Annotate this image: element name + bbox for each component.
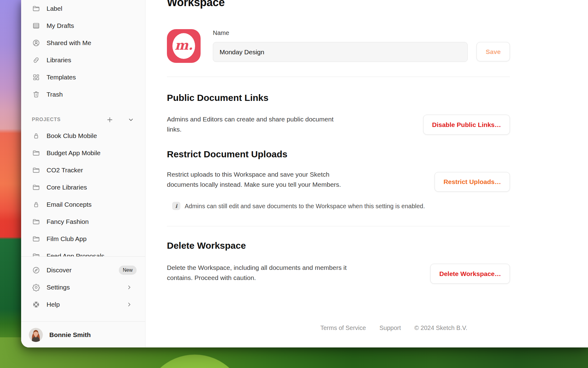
- workspace-name-input[interactable]: [213, 42, 468, 62]
- workspace-monogram: m.: [175, 38, 193, 53]
- projects-section-header: PROJECTS: [21, 111, 145, 128]
- user-name: Bonnie Smith: [49, 331, 91, 339]
- description-line: Admins and Editors can create and share …: [167, 114, 334, 124]
- description-line: documents locally instead. Make sure you…: [167, 179, 341, 190]
- description-line: Delete the Workspace, including all docu…: [167, 263, 347, 273]
- sidebar-item-text: Label: [47, 5, 62, 12]
- sidebar-item-text: Discover: [47, 266, 72, 274]
- drafts-icon: [32, 22, 40, 30]
- project-item-text: Budget App Mobile: [47, 149, 100, 157]
- gear-icon: [32, 283, 40, 291]
- copyright-text: © 2024 Sketch B.V.: [414, 324, 467, 332]
- info-icon: i: [172, 202, 180, 210]
- lifebuoy-icon: [32, 301, 40, 309]
- project-item-budget-app-mobile[interactable]: Budget App Mobile: [21, 144, 145, 162]
- sidebar-item-help[interactable]: Help: [21, 296, 145, 313]
- add-project-button[interactable]: [106, 116, 114, 124]
- footer: Terms of Service Support © 2024 Sketch B…: [320, 324, 467, 332]
- sidebar-item-text: Settings: [47, 284, 70, 291]
- project-item-text: Film Club App: [47, 235, 87, 243]
- terms-of-service-link[interactable]: Terms of Service: [320, 324, 366, 332]
- project-item-text: Core Libraries: [47, 184, 87, 191]
- sidebar: Label My Drafts Shared with Me Libraries…: [21, 0, 145, 347]
- avatar: [29, 328, 43, 342]
- section-description: Admins and Editors can create and share …: [167, 114, 334, 134]
- section-divider: [167, 226, 510, 226]
- project-item-text: Book Club Mobile: [47, 132, 97, 140]
- description-line: Restrict uploads to this Workspace and s…: [167, 169, 341, 179]
- page-title: Workspace: [167, 0, 225, 8]
- sidebar-item-my-drafts[interactable]: My Drafts: [21, 17, 145, 34]
- project-item-book-club-mobile[interactable]: Book Club Mobile: [21, 127, 145, 144]
- admin-note: i Admins can still edit and save documen…: [172, 202, 425, 210]
- project-item-fancy-fashion[interactable]: Fancy Fashion: [21, 213, 145, 230]
- folder-icon: [32, 183, 40, 191]
- sidebar-nav-list: Label My Drafts Shared with Me Libraries…: [21, 0, 145, 103]
- new-badge: New: [119, 266, 137, 275]
- support-link[interactable]: Support: [379, 324, 401, 332]
- sidebar-item-templates[interactable]: Templates: [21, 69, 145, 86]
- chevron-right-icon: [126, 301, 132, 308]
- sidebar-item-settings[interactable]: Settings: [21, 279, 145, 296]
- description-line: contains. Proceed with caution.: [167, 273, 347, 283]
- section-description: Restrict uploads to this Workspace and s…: [167, 169, 341, 190]
- section-description: Delete the Workspace, including all docu…: [167, 263, 347, 283]
- trash-icon: [32, 90, 40, 98]
- folder-icon: [32, 149, 40, 157]
- lock-icon: [32, 201, 40, 209]
- folder-icon: [32, 235, 40, 243]
- folder-icon: [32, 166, 40, 174]
- sidebar-item-text: My Drafts: [47, 22, 74, 29]
- section-title-delete-workspace: Delete Workspace: [167, 240, 246, 251]
- workspace-settings-main: Workspace m. Name Save Public Document L…: [145, 0, 588, 347]
- lock-icon: [32, 132, 40, 140]
- sidebar-item-trash[interactable]: Trash: [21, 86, 145, 103]
- workspace-logo: m.: [167, 29, 201, 63]
- grid-icon: [32, 73, 40, 81]
- description-line: links.: [167, 124, 334, 134]
- sidebar-item-text: Libraries: [47, 56, 71, 64]
- projects-list: Book Club Mobile Budget App Mobile CO2 T…: [21, 127, 145, 265]
- restrict-uploads-button[interactable]: Restrict Uploads…: [435, 172, 510, 192]
- project-item-text: CO2 Tracker: [47, 167, 83, 174]
- link-icon: [32, 56, 40, 64]
- workspace-logo-oval: m.: [172, 33, 195, 59]
- projects-header-label: PROJECTS: [32, 117, 61, 122]
- project-item-email-concepts[interactable]: Email Concepts: [21, 196, 145, 213]
- sidebar-item-libraries[interactable]: Libraries: [21, 52, 145, 69]
- sidebar-bottom-panel: Discover New Settings Help: [21, 256, 145, 347]
- admin-note-text: Admins can still edit and save documents…: [185, 202, 425, 210]
- project-item-core-libraries[interactable]: Core Libraries: [21, 179, 145, 196]
- project-item-co2-tracker[interactable]: CO2 Tracker: [21, 162, 145, 179]
- folder-icon: [32, 5, 40, 13]
- project-item-film-club-app[interactable]: Film Club App: [21, 230, 145, 247]
- sidebar-item-text: Templates: [47, 74, 76, 81]
- sidebar-item-text: Help: [47, 301, 60, 308]
- project-item-text: Fancy Fashion: [47, 218, 89, 225]
- folder-icon: [32, 218, 40, 226]
- delete-workspace-button[interactable]: Delete Workspace…: [430, 264, 510, 284]
- section-title-restrict-document-uploads: Restrict Document Uploads: [167, 148, 287, 160]
- chevron-right-icon: [126, 284, 132, 290]
- name-field-label: Name: [213, 29, 229, 36]
- section-title-public-document-links: Public Document Links: [167, 92, 269, 104]
- person-circle-icon: [32, 39, 40, 47]
- sidebar-item-label[interactable]: Label: [21, 0, 145, 17]
- sidebar-item-shared-with-me[interactable]: Shared with Me: [21, 34, 145, 52]
- sidebar-item-text: Trash: [47, 91, 63, 98]
- sketch-app-window: Label My Drafts Shared with Me Libraries…: [21, 0, 588, 347]
- project-item-text: Email Concepts: [47, 201, 92, 208]
- save-button[interactable]: Save: [477, 42, 510, 61]
- sidebar-item-text: Shared with Me: [47, 39, 91, 47]
- disable-public-links-button[interactable]: Disable Public Links…: [423, 115, 510, 135]
- chevron-down-icon[interactable]: [128, 117, 134, 123]
- sidebar-item-discover[interactable]: Discover New: [21, 262, 145, 279]
- compass-icon: [32, 266, 40, 274]
- screen: Label My Drafts Shared with Me Libraries…: [0, 0, 588, 368]
- section-divider: [167, 77, 510, 77]
- user-account-row[interactable]: Bonnie Smith: [21, 322, 145, 347]
